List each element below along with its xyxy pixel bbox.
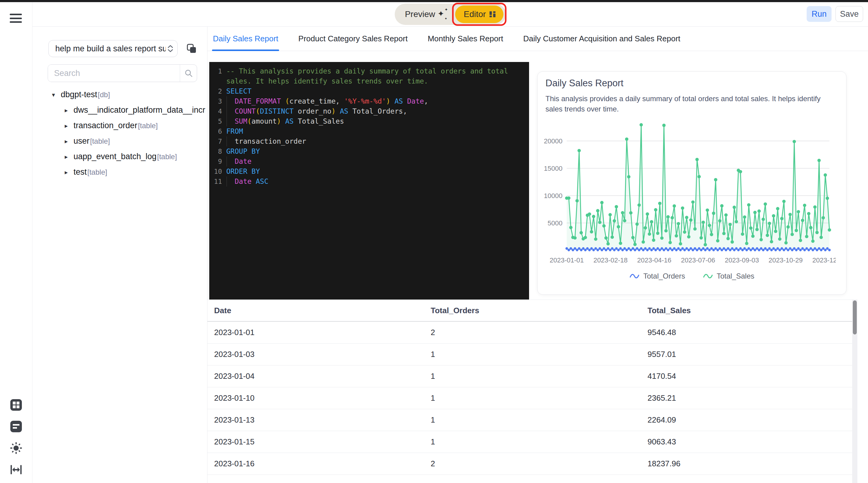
copy-icon[interactable] [186,43,197,54]
caret-right-icon[interactable]: ▸ [63,138,69,145]
icon-rail [0,2,32,483]
tree-item-label: transaction_order [73,121,137,130]
tree-item-label: dws__indicator_platform_data__incr [73,105,205,115]
caret-right-icon[interactable]: ▸ [63,107,69,114]
tree-item-type-badge: [db] [98,91,110,99]
sparkles-icon: ✦✦✦ [438,8,448,20]
theme-sun-icon[interactable] [9,442,23,455]
column-header-Date: Date [208,306,431,315]
line-number: 5 [212,116,222,126]
expand-width-icon[interactable] [9,463,23,476]
line-number: 9 [212,156,222,167]
editor-label: Editor [464,9,486,19]
run-button[interactable]: Run [807,6,832,22]
caret-down-icon[interactable]: ▾ [51,91,56,98]
table-cell: 1 [431,350,648,359]
table-cell: 2 [431,459,648,469]
document-icon[interactable] [9,420,23,433]
tree-item-uapp_event_batch_log[interactable]: ▸uapp_event_batch_log[table] [32,149,207,164]
table-cell: 4170.54 [648,371,852,381]
chart-description: This analysis provides a daily summary o… [546,94,829,114]
table-scrollbar[interactable] [852,300,857,483]
code-line: 1-- This analysis provides a daily summa… [209,66,529,76]
preview-label: Preview [405,9,435,19]
table-cell: 2023-01-01 [208,328,431,337]
chart-title: Daily Sales Report [546,78,623,89]
code-line: 7 transaction_order [209,137,529,146]
table-cell: 2 [431,328,648,337]
dashboard-icon [489,11,496,18]
table-cell: 9063.43 [648,437,852,447]
code-line: sales. It helps identify sales trends ov… [209,76,529,86]
results-table: DateTotal_OrdersTotal_Sales 2023-01-0129… [208,300,852,483]
code-line: 2SELECT [209,86,529,96]
search-icon[interactable] [180,65,197,82]
code-line: 3 DATE_FORMAT (create_time, '%Y-%m-%d') … [209,96,529,106]
code-line: 10ORDER BY [209,167,529,177]
caret-right-icon[interactable]: ▸ [63,153,69,160]
tree-item-dws__indicator_platform_data__incr[interactable]: ▸dws__indicator_platform_data__incr [32,102,207,118]
line-number: 4 [212,106,222,116]
line-number: 8 [212,146,222,156]
tree-item-test[interactable]: ▸test[table] [32,164,207,180]
table-row: 2023-01-0129546.48 [208,322,852,343]
svg-text:2023-09-03: 2023-09-03 [725,256,759,264]
table-cell: 9546.48 [648,328,852,337]
tab-0[interactable]: Daily Sales Report [213,27,278,51]
tree-item-user[interactable]: ▸user[table] [32,133,207,149]
tree-item-type-badge: [table] [90,137,110,146]
tree-item-transaction_order[interactable]: ▸transaction_order[table] [32,118,207,133]
svg-text:2023-10-29: 2023-10-29 [769,256,803,264]
line-number: 2 [212,86,222,96]
table-row: 2023-01-0414170.54 [208,365,852,387]
tree-item-label: user [73,137,90,146]
search-input[interactable] [48,65,180,82]
chart-card: Daily Sales Report This analysis provide… [537,71,846,295]
line-chart: 50001000015000200002023-01-012023-02-182… [542,120,836,272]
caret-right-icon[interactable]: ▸ [63,122,69,129]
window-top-strip [0,0,868,2]
svg-text:2023-04-16: 2023-04-16 [637,256,672,264]
sql-editor[interactable]: 1-- This analysis provides a daily summa… [209,62,529,300]
report-tabs: Daily Sales ReportProduct Category Sales… [208,27,868,51]
tab-1[interactable]: Product Category Sales Report [298,27,408,51]
legend-item-Total_Orders[interactable]: Total_Orders [629,272,685,280]
svg-text:2023-01-01: 2023-01-01 [550,256,584,264]
legend-label: Total_Sales [717,272,754,280]
line-number: 6 [212,126,222,137]
squiggle-icon [703,272,713,280]
menu-icon[interactable] [10,14,22,23]
table-cell: 1 [431,437,648,447]
prompt-select[interactable]: help me build a sales report sum [48,40,178,57]
table-cell: 18237.96 [648,459,852,469]
tab-2[interactable]: Monthly Sales Report [428,27,503,51]
svg-text:10000: 10000 [544,192,562,200]
table-row: 2023-01-1012365.21 [208,387,852,409]
table-cell: 1 [431,393,648,403]
table-cell: 2023-01-10 [208,393,431,403]
table-row: 2023-01-1519063.43 [208,431,852,453]
editor-toggle-button[interactable]: Editor [455,5,503,23]
tab-3[interactable]: Daily Customer Acquisition and Sales Rep… [523,27,680,51]
database-sidebar: help me build a sales report sum ▾dbgpt-… [32,27,208,483]
line-number: 11 [212,177,222,186]
table-cell: 2365.21 [648,393,852,403]
squiggle-icon [629,272,640,280]
svg-text:15000: 15000 [544,164,562,172]
tree-item-label: test [73,168,87,177]
select-stepper-icon[interactable] [168,45,173,52]
preview-toggle-button[interactable]: Preview ✦✦✦ [396,8,455,20]
prompt-select-value: help me build a sales report sum [55,44,166,54]
caret-right-icon[interactable]: ▸ [63,169,69,176]
line-number: 3 [212,96,222,106]
table-header-row: DateTotal_OrdersTotal_Sales [208,300,852,322]
legend-item-Total_Sales[interactable]: Total_Sales [703,272,754,280]
table-cell: 1 [431,415,648,425]
apps-grid-icon[interactable] [9,398,23,412]
tree-item-dbgpt-test[interactable]: ▾dbgpt-test[db] [32,87,207,102]
column-header-Total_Orders: Total_Orders [431,306,648,315]
table-row: 2023-01-1312264.09 [208,409,852,431]
save-button[interactable]: Save [836,6,863,22]
scrollbar-thumb[interactable] [853,300,857,334]
code-line: 5 SUM(amount) AS Total_Sales [209,116,529,126]
